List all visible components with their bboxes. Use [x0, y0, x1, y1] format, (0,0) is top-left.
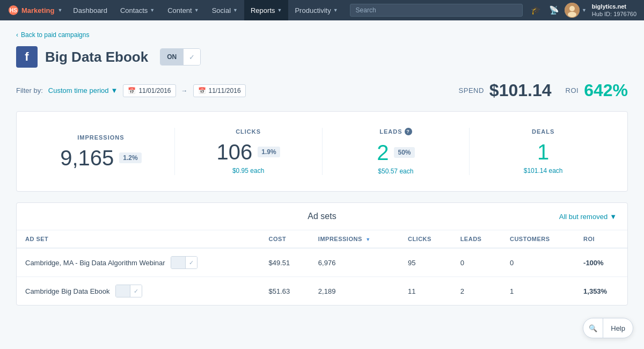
content-arrow-icon: ▼	[194, 8, 199, 13]
date-end-input[interactable]: 📅 11/11/2016	[193, 84, 246, 97]
col-roi: ROI	[575, 230, 627, 248]
svg-point-3	[569, 6, 575, 11]
col-impressions[interactable]: IMPRESSIONS ▼	[310, 230, 399, 248]
metric-impressions: IMPRESSIONS 9,165 1.2%	[27, 134, 174, 169]
clicks-cell: 95	[399, 248, 452, 277]
col-clicks: CLICKS	[399, 230, 452, 248]
impressions-cell: 2,189	[310, 277, 399, 306]
leads-badge: 50%	[394, 147, 414, 158]
col-leads: LEADS	[452, 230, 501, 248]
breadcrumb[interactable]: ‹ Back to paid campaigns	[16, 31, 628, 39]
cost-cell: $49.51	[260, 248, 310, 277]
navbar: HS Marketing ▼ Dashboard Contacts ▼ Cont…	[0, 0, 644, 20]
page-header: f Big Data Ebook ON ✓	[16, 46, 628, 68]
leads-label: LEADS ?	[333, 128, 459, 135]
metric-deals: DEALS 1 $101.14 each	[470, 128, 617, 174]
brand-logo[interactable]: HS Marketing ▼	[4, 5, 67, 15]
filter-bar: Filter by: Custom time period ▼ 📅 11/01/…	[16, 81, 628, 100]
spend-value: $101.14	[489, 81, 552, 100]
clicks-sub: $0.95 each	[186, 167, 311, 174]
breadcrumb-label: Back to paid campaigns	[21, 31, 89, 39]
campaign-toggle[interactable]: ON ✓	[160, 48, 201, 66]
nav-reports[interactable]: Reports ▼	[244, 0, 288, 20]
page-title: Big Data Ebook	[45, 49, 148, 66]
leads-cell: 2	[452, 277, 501, 306]
deals-value: 1	[537, 141, 549, 163]
avatar-arrow-icon: ▼	[582, 8, 587, 13]
filter-dropdown-arrow-icon: ▼	[610, 213, 617, 221]
reports-arrow-icon: ▼	[277, 8, 282, 13]
signal-icon[interactable]: 📡	[546, 2, 562, 18]
date-end-value: 11/11/2016	[209, 87, 241, 94]
leads-sub: $50.57 each	[333, 168, 459, 175]
date-range-arrow-icon: →	[181, 87, 188, 94]
svg-text:HS: HS	[10, 8, 17, 13]
avatar[interactable]	[565, 3, 580, 18]
clicks-badge: 1.9%	[258, 147, 280, 157]
customers-cell: 1	[501, 277, 575, 306]
leads-cell: 0	[452, 248, 501, 277]
ad-sets-filter-dropdown[interactable]: All but removed ▼	[420, 213, 617, 221]
brand-label: Marketing	[21, 6, 54, 14]
chevron-left-icon: ‹	[16, 31, 18, 39]
impressions-badge: 1.2%	[119, 152, 141, 163]
impressions-value: 9,165	[60, 147, 114, 169]
metrics-card: IMPRESSIONS 9,165 1.2% CLICKS 106 1.9% $…	[16, 111, 628, 192]
ad-sets-table: AD SET COST IMPRESSIONS ▼ CLICKS LEADS C…	[17, 230, 627, 305]
main-content: ‹ Back to paid campaigns f Big Data Eboo…	[0, 20, 644, 316]
brand-arrow-icon: ▼	[57, 8, 62, 13]
col-cost: COST	[260, 230, 310, 248]
row-toggle[interactable]: ✓	[171, 256, 197, 269]
table-row: Cambridge Big Data Ebook ✓ $51.63 2,189 …	[17, 277, 627, 306]
nav-contacts[interactable]: Contacts ▼	[114, 0, 161, 20]
deals-sub: $101.14 each	[480, 167, 606, 174]
filter-dropdown-label: All but removed	[559, 213, 608, 221]
graduation-cap-icon[interactable]: 🎓	[528, 2, 544, 18]
nav-dashboard[interactable]: Dashboard	[67, 0, 114, 20]
clicks-cell: 11	[399, 277, 452, 306]
leads-info-icon[interactable]: ?	[405, 128, 412, 135]
leads-value: 2	[377, 142, 389, 163]
customers-cell: 0	[501, 248, 575, 277]
roi-value: 642%	[584, 81, 628, 100]
ad-set-name-cell: Cambridge, MA - Big Data Algorithm Webin…	[17, 248, 260, 277]
search-input[interactable]	[350, 4, 523, 17]
account-name: biglytics.net	[592, 3, 636, 10]
roi-label: ROI	[566, 86, 579, 94]
social-arrow-icon: ▼	[233, 8, 238, 13]
row-toggle[interactable]: ✓	[115, 285, 142, 297]
impressions-cell: 6,976	[310, 248, 399, 277]
period-label: Custom time period	[48, 86, 109, 94]
search-container	[350, 4, 523, 17]
col-customers: CUSTOMERS	[501, 230, 575, 248]
clicks-value: 106	[217, 141, 253, 163]
ad-sets-title: Ad sets	[224, 212, 420, 221]
col-ad-set: AD SET	[17, 230, 260, 248]
nav-content[interactable]: Content ▼	[161, 0, 205, 20]
metric-leads: LEADS ? 2 50% $50.57 each	[323, 128, 470, 175]
roi-cell: 1,353%	[575, 277, 627, 306]
spend-label: SPEND	[459, 86, 484, 94]
deals-label: DEALS	[480, 128, 606, 135]
ad-set-name-cell: Cambridge Big Data Ebook ✓	[17, 277, 260, 306]
clicks-label: CLICKS	[186, 128, 311, 135]
contacts-arrow-icon: ▼	[150, 8, 155, 13]
nav-social[interactable]: Social ▼	[206, 0, 244, 20]
toggle-on-label[interactable]: ON	[160, 48, 183, 66]
impressions-label: IMPRESSIONS	[38, 134, 164, 141]
ad-sets-header: Ad sets All but removed ▼	[17, 203, 627, 230]
date-start-value: 11/01/2016	[138, 87, 171, 94]
period-dropdown[interactable]: Custom time period ▼	[48, 86, 118, 94]
metric-clicks: CLICKS 106 1.9% $0.95 each	[175, 128, 322, 174]
table-row: Cambridge, MA - Big Data Algorithm Webin…	[17, 248, 627, 277]
filter-by-label: Filter by:	[16, 86, 43, 94]
cost-cell: $51.63	[260, 277, 310, 306]
nav-productivity[interactable]: Productivity ▼	[288, 0, 344, 20]
facebook-icon: f	[16, 46, 38, 68]
date-start-input[interactable]: 📅 11/01/2016	[123, 84, 175, 97]
nav-icons-group: 🎓 📡 ▼ biglytics.net Hub ID: 1976760	[528, 2, 640, 18]
svg-point-4	[568, 12, 576, 17]
toggle-check-icon[interactable]: ✓	[183, 48, 200, 66]
account-info: biglytics.net Hub ID: 1976760	[589, 3, 640, 18]
calendar-start-icon: 📅	[128, 87, 136, 94]
